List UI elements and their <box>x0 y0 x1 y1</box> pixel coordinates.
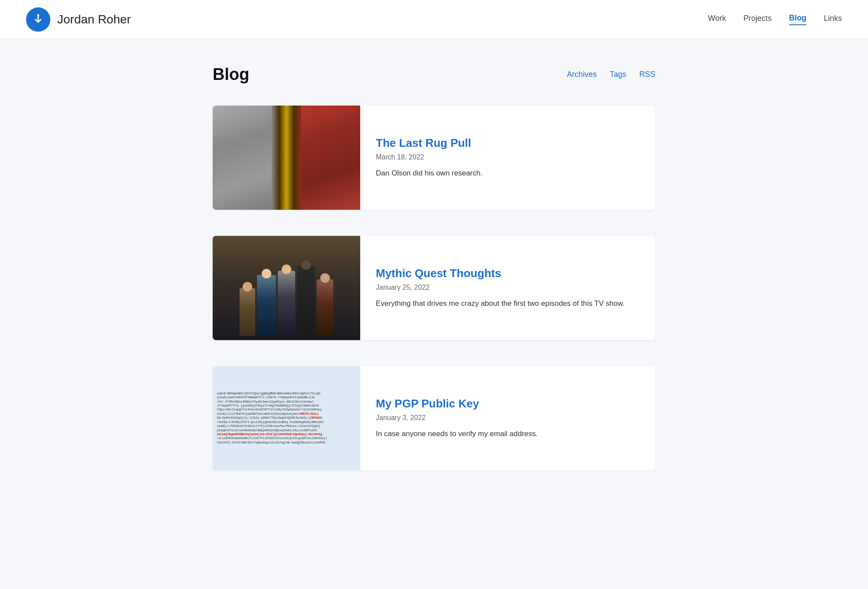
post-title-link[interactable]: The Last Rug Pull <box>376 136 483 150</box>
post-item: Mythic Quest Thoughts January 25, 2022 E… <box>213 236 655 340</box>
post-item: The Last Rug Pull March 18, 2022 Dan Ols… <box>213 106 655 210</box>
blog-header: Blog Archives Tags RSS <box>213 65 655 84</box>
site-header: Jordan Roher Work Projects Blog Links <box>0 0 868 39</box>
blog-utility-links: Archives Tags RSS <box>567 70 655 79</box>
tags-link[interactable]: Tags <box>610 70 626 79</box>
nav-item-blog[interactable]: Blog <box>789 13 806 25</box>
post-item: wsBzB/AWFAQoABhcjBhYCCQoLCgQWAgMBAh4BAhe… <box>213 366 655 470</box>
post-thumbnail-rug <box>213 106 360 210</box>
post-content: The Last Rug Pull March 18, 2022 Dan Ols… <box>376 106 496 210</box>
main-content: Blog Archives Tags RSS The Last Rug Pull… <box>195 39 673 523</box>
post-date: January 25, 2022 <box>376 284 625 291</box>
blog-title: Blog <box>213 65 249 84</box>
person-silhouette <box>317 279 333 336</box>
post-title-link[interactable]: Mythic Quest Thoughts <box>376 267 625 280</box>
post-thumbnail-show <box>213 236 360 340</box>
post-thumbnail-pgp: wsBzB/AWFAQoABhcjBhYCCQoLCgQWAgMBAh4BAhe… <box>213 366 360 470</box>
pgp-text-content: wsBzB/AWFAQoABhcjBhYCCQoLCgQWAgMBAh4BAhe… <box>217 392 356 445</box>
main-nav: Work Projects Blog Links <box>708 13 842 25</box>
nav-item-work[interactable]: Work <box>708 14 726 25</box>
nav-item-links[interactable]: Links <box>824 14 842 25</box>
post-excerpt: In case anyone needs to verify my email … <box>376 428 538 440</box>
svg-point-1 <box>37 14 39 16</box>
post-title-link[interactable]: My PGP Public Key <box>376 397 538 410</box>
site-name-text: Jordan Roher <box>57 13 131 26</box>
archives-link[interactable]: Archives <box>567 70 597 79</box>
post-excerpt: Dan Olson did his own research. <box>376 167 483 179</box>
post-date: March 18, 2022 <box>376 153 483 161</box>
post-content: My PGP Public Key January 3, 2022 In cas… <box>376 366 551 470</box>
post-date: January 3, 2022 <box>376 414 538 422</box>
post-excerpt: Everything that drives me crazy about th… <box>376 298 625 309</box>
person-silhouette <box>278 271 295 336</box>
logo-icon <box>26 7 50 32</box>
site-logo[interactable]: Jordan Roher <box>26 7 131 32</box>
show-people-silhouettes <box>213 257 360 340</box>
post-content: Mythic Quest Thoughts January 25, 2022 E… <box>376 236 638 340</box>
person-silhouette <box>240 288 255 336</box>
nav-item-projects[interactable]: Projects <box>743 14 772 25</box>
person-silhouette <box>257 275 276 336</box>
rss-link[interactable]: RSS <box>639 70 655 79</box>
person-silhouette <box>297 266 315 336</box>
